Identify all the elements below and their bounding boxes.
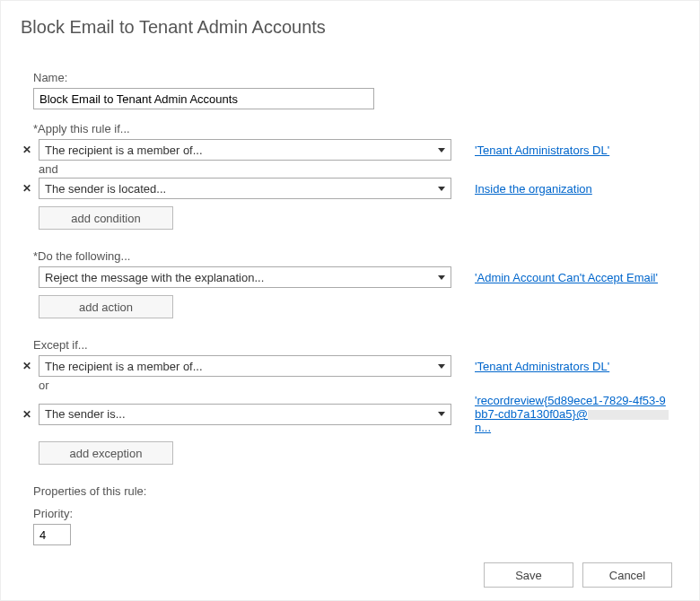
properties-label: Properties of this rule:	[33, 484, 679, 498]
footer: Save Cancel	[1, 550, 699, 600]
add-condition-button[interactable]: add condition	[39, 206, 173, 230]
redacted-region	[588, 410, 669, 420]
add-exception-button[interactable]: add exception	[39, 441, 173, 465]
spacer	[21, 545, 679, 546]
add-action-button[interactable]: add action	[39, 295, 173, 318]
dropdown-value: Reject the message with the explanation.…	[45, 271, 264, 284]
exception-predicate-dropdown[interactable]: The recipient is a member of...	[39, 355, 451, 377]
exception-row: ✕ The recipient is a member of... 'Tenan…	[21, 355, 679, 377]
dropdown-value: The recipient is a member of...	[45, 144, 203, 157]
chevron-down-icon	[438, 275, 445, 280]
exception-predicate-dropdown[interactable]: The sender is...	[39, 404, 451, 425]
page-title: Block Email to Tenant Admin Accounts	[1, 1, 699, 41]
condition-value-link[interactable]: 'Tenant Administrators DL'	[475, 144, 609, 157]
exception-value-link[interactable]: 'Tenant Administrators DL'	[475, 360, 609, 373]
remove-exception-icon[interactable]: ✕	[21, 360, 33, 372]
apply-if-label: *Apply this rule if...	[33, 122, 679, 135]
chevron-down-icon	[438, 412, 445, 416]
rule-name-input[interactable]	[33, 88, 374, 109]
scroll-area[interactable]: Name: *Apply this rule if... ✕ The recip…	[1, 55, 699, 546]
name-label: Name:	[33, 71, 679, 84]
priority-input[interactable]	[33, 524, 71, 545]
condition-predicate-dropdown[interactable]: The recipient is a member of...	[39, 139, 451, 161]
action-value-link[interactable]: 'Admin Account Can't Accept Email'	[475, 271, 658, 284]
exception-value-suffix: n...	[475, 421, 491, 434]
dropdown-value: The sender is located...	[45, 182, 166, 196]
dropdown-value: The recipient is a member of...	[45, 360, 203, 373]
priority-label: Priority:	[33, 507, 679, 520]
save-button[interactable]: Save	[484, 562, 573, 588]
do-following-label: *Do the following...	[33, 249, 679, 263]
condition-row: ✕ The sender is located... Inside the or…	[21, 178, 679, 199]
exception-value-link[interactable]: 'recordreview{5d89ece1-7829-4f53-9bb7-cd…	[475, 394, 672, 434]
except-if-label: Except if...	[33, 338, 679, 352]
or-label: or	[39, 379, 679, 392]
dropdown-value: The sender is...	[45, 407, 126, 421]
chevron-down-icon	[438, 148, 445, 152]
rule-editor-dialog: Block Email to Tenant Admin Accounts Nam…	[0, 0, 700, 601]
action-row: Reject the message with the explanation.…	[21, 266, 679, 288]
chevron-down-icon	[438, 187, 445, 191]
and-label: and	[39, 162, 679, 176]
remove-exception-icon[interactable]: ✕	[21, 408, 33, 421]
condition-row: ✕ The recipient is a member of... 'Tenan…	[21, 139, 679, 161]
cancel-button[interactable]: Cancel	[582, 562, 672, 588]
exception-row: ✕ The sender is... 'recordreview{5d89ece…	[21, 394, 679, 434]
action-predicate-dropdown[interactable]: Reject the message with the explanation.…	[39, 266, 451, 288]
condition-value-link[interactable]: Inside the organization	[475, 182, 592, 196]
remove-condition-icon[interactable]: ✕	[21, 182, 33, 195]
condition-predicate-dropdown[interactable]: The sender is located...	[39, 178, 451, 199]
remove-condition-icon[interactable]: ✕	[21, 144, 33, 156]
chevron-down-icon	[438, 364, 445, 369]
